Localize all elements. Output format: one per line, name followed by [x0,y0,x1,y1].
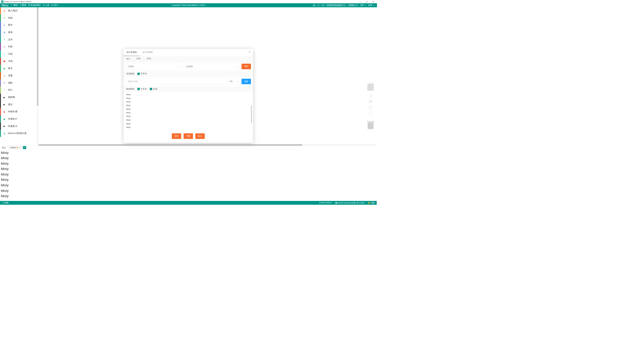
dialog-close-icon[interactable]: ✕ [248,50,251,54]
sidebar-item[interactable]: ◉外接执行 [0,115,38,123]
category-label: 输入/输出 [8,9,18,12]
reset-button[interactable]: 复位 [195,133,205,139]
layout-icon-2[interactable]: ◫ [317,4,320,7]
category-label: 变量 [8,74,13,77]
console-output[interactable]: MixlyMixlyMixlyMixlyMixlyMixlyMixlyMixly… [0,149,377,201]
port-select[interactable]: COM4▾ [126,64,182,69]
maximize-button[interactable]: ▢ [366,0,368,3]
init-firmware-button[interactable]: ⟱ 初始化固件 [28,4,41,7]
send-string-checkbox[interactable]: ✓字符串 [137,73,147,75]
dialog-tabs: 串口监视器 串口可视化 ✕ [123,49,253,56]
interrupt-button[interactable]: 中断 [184,133,193,139]
console-line: Mixly [1,188,376,193]
sidebar-item[interactable]: ▣字典 [0,58,38,65]
category-label: 外接传感 [8,110,17,113]
sidebar-item[interactable]: ▶物联网 [0,94,38,101]
serial-monitor-dialog: 串口监视器 串口可视化 ✕ 串口 DTR RTS COM4▾ 115200▾ 关… [123,49,253,143]
terminator-select[interactable]: \r\n▾ [228,79,240,84]
tab-serial-monitor[interactable]: 串口监视器 [123,49,140,56]
recv-string-checkbox[interactable]: ✓字符串 [137,88,147,90]
layout-icon-3[interactable]: ▥ [321,4,325,7]
sidebar-item[interactable]: ▶通信 [0,101,38,108]
com-tab[interactable]: COM4✕ [8,146,22,149]
close-port-button[interactable]: 关闭 [242,64,251,69]
sidebar-item[interactable]: ▶外接显示 [0,123,38,130]
language-status: ⟨⟩ MicroPython [319,201,332,204]
example-link[interactable]: ▤ 例程 [2,201,8,204]
category-icon: ▭ [3,74,6,77]
port-dropdown[interactable]: COM4▼ [348,4,359,7]
zoom-in-icon[interactable]: + [368,105,373,110]
category-label: 逻辑 [8,31,13,34]
window-controls: — ▢ ✕ [360,0,376,3]
upload-button[interactable]: ⬆ 上传 [43,4,50,7]
category-label: 串口 [8,89,13,92]
sidebar-item[interactable]: ≡列表 [0,43,38,50]
category-icon: ∡ [3,24,6,27]
category-sidebar: ⇄输入/输出↻控制∡数学⊞逻辑T文本≡列表∞元组▣字典◉集合▭变量fx函数⎍串口… [0,7,38,146]
window-title: Mixly 2.0 rc4 For Python ESP32 [5,1,32,3]
sidebar-item[interactable]: ∡数学 [0,21,38,29]
undo-button[interactable]: ↶ 撤销 [11,4,18,7]
backpack-icon[interactable] [367,84,374,91]
board-dropdown[interactable]: ESP32 Generic(4▼ [326,4,346,7]
send-input[interactable]: 请输入内容 [126,79,227,84]
sidebar-item[interactable]: ∞元组 [0,50,38,58]
recv-line: Mixly [126,100,250,103]
clear-button[interactable]: 清空 [172,133,181,139]
dtr-checkbox[interactable]: DTR [133,58,141,60]
sidebar-item[interactable]: T文本 [0,36,38,43]
console-line: Mixly [1,155,376,161]
category-label: 数学 [8,24,13,27]
baud-select[interactable]: 115200▾ [184,64,240,69]
bottom-tabs: 输出 COM4✕ + [0,146,377,149]
console-line: Mixly [1,150,376,156]
file-menu[interactable]: 文件▼ [360,3,367,7]
message-status[interactable]: 🔔 消息 [368,201,375,204]
output-tab[interactable]: 输出 [0,146,8,149]
sidebar-item[interactable]: ↻控制 [0,14,38,22]
recv-scrollbar[interactable] [251,92,252,131]
board-status: ▣ ESP32 Generic(4MB) 在 COM4 [335,201,364,204]
category-label: MixGoAI智能传感 [8,132,26,135]
category-icon: ⊞ [3,31,6,34]
add-tab-button[interactable]: + [23,146,26,149]
sidebar-item[interactable]: ◈MixGoAI智能传感 [0,130,38,137]
minimize-button[interactable]: — [360,0,362,3]
redo-button[interactable]: ↷ 重做 [20,4,26,7]
recv-label: 接收数据 [126,88,135,90]
recv-line: Mixly [126,104,250,107]
settings-menu[interactable]: 设置▼ [368,3,375,7]
fullscreen-icon[interactable]: ↖ ↗↙ ↘ [369,95,372,97]
category-icon: fx [3,81,6,84]
category-icon: ◉ [3,67,6,70]
recv-output[interactable]: MixlyMixlyMixlyMixlyMixlyMixlyMixlyMixly… [123,92,253,131]
tab-close-icon[interactable]: ✕ [19,147,20,149]
sidebar-item[interactable]: ⎍串口 [0,86,38,94]
category-icon: ⎍ [3,89,6,92]
center-icon[interactable]: ⊙ [368,99,373,104]
sidebar-item[interactable]: ◉集合 [0,65,38,72]
rts-checkbox[interactable]: RTS [144,58,151,60]
zoom-out-icon[interactable]: − [368,112,373,117]
console-line: Mixly [1,183,376,188]
canvas-hscrollbar[interactable] [38,144,377,146]
trash-icon[interactable] [368,122,373,129]
console-line: Mixly [1,172,376,177]
category-icon: ↻ [3,16,6,19]
sidebar-item[interactable]: ▭变量 [0,72,38,79]
tab-serial-visual[interactable]: 串口可视化 [140,49,156,56]
send-button[interactable]: 发送 [242,79,251,84]
close-button[interactable]: ✕ [372,0,374,3]
sidebar-item[interactable]: ◉外接传感 [0,108,38,115]
scroll-checkbox[interactable]: ✓滚屏 [150,88,157,90]
sidebar-item[interactable]: fx函数 [0,79,38,87]
category-label: 字典 [8,60,13,63]
layout-icon-1[interactable]: ▦ [313,4,316,7]
app-icon: M [1,0,4,3]
category-label: 通信 [8,103,13,106]
sidebar-scrollbar[interactable] [37,7,38,146]
sidebar-item[interactable]: ⇄输入/输出 [0,7,38,14]
serial-button[interactable]: ⇋ 串口 [51,4,58,7]
sidebar-item[interactable]: ⊞逻辑 [0,29,38,36]
